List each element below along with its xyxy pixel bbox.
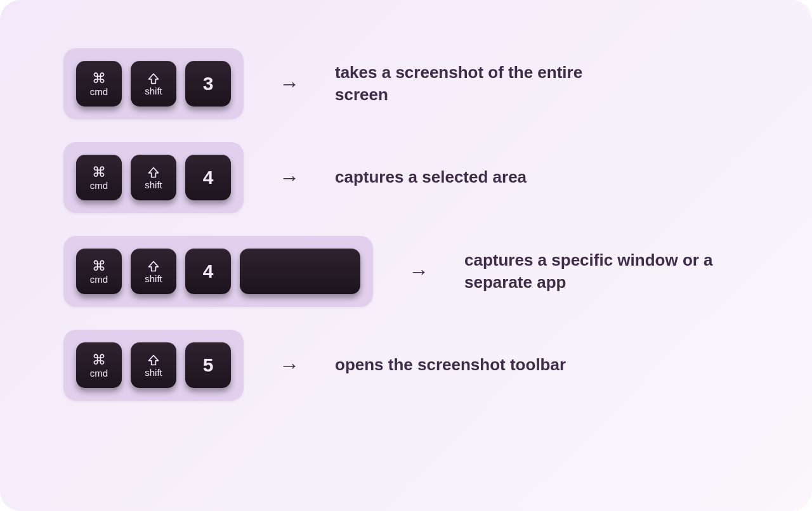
key-main-label: 4	[203, 262, 214, 281]
key-combo-box: ⌘ cmd shift 3	[63, 48, 244, 119]
number-key: 4	[185, 155, 231, 200]
key-combo-box: ⌘ cmd shift 4	[63, 142, 244, 213]
shift-icon	[147, 166, 160, 179]
shift-icon	[147, 260, 160, 273]
key-label: shift	[145, 86, 162, 96]
arrow-icon: →	[279, 72, 299, 96]
shift-key: shift	[131, 155, 176, 200]
shortcut-diagram-card: ⌘ cmd shift 3 → takes a screenshot of th…	[0, 0, 812, 511]
shift-icon	[147, 72, 160, 85]
command-icon: ⌘	[92, 259, 106, 273]
spacebar-key	[240, 249, 360, 294]
shortcut-row: ⌘ cmd shift 3 → takes a screenshot of th…	[63, 48, 749, 119]
key-label: shift	[145, 274, 162, 283]
shortcut-row: ⌘ cmd shift 4 → captures a selected area	[63, 142, 749, 213]
key-label: shift	[145, 368, 162, 377]
shortcut-description: opens the screenshot toolbar	[335, 354, 566, 376]
shift-key: shift	[131, 342, 176, 388]
shift-key: shift	[131, 249, 176, 294]
number-key: 3	[185, 61, 231, 107]
cmd-key: ⌘ cmd	[76, 61, 122, 107]
key-combo-box: ⌘ cmd shift 4	[63, 236, 373, 307]
key-main-label: 5	[203, 356, 214, 375]
cmd-key: ⌘ cmd	[76, 342, 122, 388]
shortcut-row: ⌘ cmd shift 5 → opens the screenshot too…	[63, 330, 749, 401]
command-icon: ⌘	[92, 72, 106, 86]
cmd-key: ⌘ cmd	[76, 249, 122, 294]
key-label: shift	[145, 180, 162, 190]
command-icon: ⌘	[92, 165, 106, 179]
key-label: cmd	[90, 87, 108, 96]
shortcut-description: takes a screenshot of the entire screen	[335, 61, 614, 106]
key-main-label: 3	[203, 74, 214, 93]
shift-key: shift	[131, 61, 176, 107]
key-label: cmd	[90, 368, 108, 378]
arrow-icon: →	[279, 354, 299, 377]
key-combo-box: ⌘ cmd shift 5	[63, 330, 244, 401]
number-key: 4	[185, 249, 231, 294]
cmd-key: ⌘ cmd	[76, 155, 122, 200]
command-icon: ⌘	[92, 353, 106, 367]
key-main-label: 4	[203, 168, 214, 187]
shortcut-description: captures a selected area	[335, 166, 527, 188]
key-label: cmd	[90, 181, 108, 190]
number-key: 5	[185, 342, 231, 388]
shortcut-description: captures a specific window or a separate…	[464, 249, 743, 294]
arrow-icon: →	[409, 260, 429, 283]
key-label: cmd	[90, 275, 108, 284]
arrow-icon: →	[279, 166, 299, 190]
shift-icon	[147, 354, 160, 366]
shortcut-row: ⌘ cmd shift 4 → captures a specific wind…	[63, 236, 749, 307]
